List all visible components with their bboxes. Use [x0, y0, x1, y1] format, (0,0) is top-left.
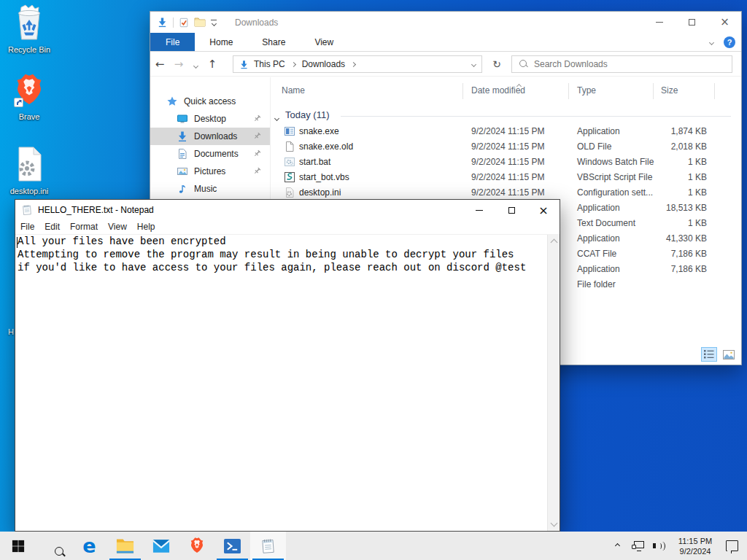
volume-icon[interactable]: [651, 532, 670, 560]
file-type-icon: [284, 171, 295, 183]
column-header-type[interactable]: Type: [577, 85, 596, 96]
forward-button[interactable]: →: [169, 58, 188, 71]
text-caret: [17, 237, 18, 248]
taskbar-button-file-explorer[interactable]: [107, 532, 143, 560]
file-row[interactable]: desktop.ini9/2/2024 11:15 PMConfiguratio…: [271, 185, 741, 201]
scroll-up-arrow-icon[interactable]: [551, 239, 558, 246]
taskbar-button-powershell[interactable]: [214, 532, 250, 560]
file-date-modified: 9/2/2024 11:15 PM: [471, 187, 545, 198]
sidebar-item-label: Downloads: [194, 131, 237, 141]
customize-qat-chevron-icon[interactable]: [211, 20, 217, 26]
large-icons-view-button[interactable]: [721, 347, 737, 362]
sidebar-item-desktop[interactable]: Desktop: [150, 110, 270, 128]
network-icon[interactable]: [629, 532, 648, 560]
taskbar-button-mail[interactable]: [143, 532, 179, 560]
file-size: 41,330 KB: [619, 233, 707, 244]
details-view-button[interactable]: [701, 347, 717, 362]
notepad-menu-help[interactable]: Help: [132, 222, 160, 232]
action-center-icon[interactable]: [721, 532, 743, 560]
sidebar-item-quick-access[interactable]: Quick access: [150, 93, 270, 110]
taskbar-button-brave[interactable]: [179, 532, 214, 560]
minimize-button[interactable]: [463, 200, 495, 221]
file-row[interactable]: start_bot.vbs9/2/2024 11:15 PMVBScript S…: [271, 170, 741, 185]
file-type: Application: [577, 203, 620, 213]
desktop-icon-label: desktop.ini: [1, 187, 57, 195]
sidebar-item-label: Music: [194, 184, 217, 194]
file-row[interactable]: start.bat9/2/2024 11:15 PMWindows Batch …: [271, 155, 741, 170]
taskbar-button-start[interactable]: [0, 532, 36, 560]
desktop-icon-label: Recycle Bin: [1, 45, 57, 54]
taskbar-button-edge[interactable]: e: [71, 532, 107, 560]
taskbar-clock[interactable]: 11:15 PM 9/2/2024: [673, 532, 718, 560]
pin-icon: [253, 149, 261, 158]
search-box[interactable]: Search Downloads: [511, 55, 732, 73]
group-header[interactable]: Today (11): [271, 109, 741, 122]
help-icon[interactable]: ?: [724, 36, 735, 48]
quick-access-star-icon: [166, 96, 178, 107]
notepad-text-area[interactable]: All your files have been encryptedAttemp…: [15, 235, 547, 531]
notepad-window-controls: ×: [463, 200, 560, 221]
file-type: File folder: [577, 279, 616, 289]
notepad-menu-view[interactable]: View: [103, 222, 132, 232]
brave-icon: [189, 537, 205, 555]
address-bar[interactable]: This PC Downloads: [233, 55, 482, 73]
breadcrumb-chevron-icon[interactable]: [351, 61, 356, 66]
desktop-icon-recycle-bin[interactable]: Recycle Bin: [1, 4, 57, 54]
group-collapse-chevron-icon[interactable]: [275, 112, 279, 122]
refresh-button[interactable]: ↻: [487, 55, 506, 73]
show-hidden-icons-chevron[interactable]: [608, 532, 626, 560]
notepad-menu-file[interactable]: File: [15, 222, 39, 232]
taskbar-button-notepad[interactable]: [250, 532, 286, 560]
close-button[interactable]: ×: [527, 200, 560, 221]
notepad-scrollbar[interactable]: [547, 235, 560, 531]
column-header-size[interactable]: Size: [661, 85, 678, 96]
file-size: 1,874 KB: [619, 126, 707, 136]
file-type: Application: [577, 233, 620, 244]
taskbar-button-search[interactable]: [36, 532, 71, 560]
file-date-modified: 9/2/2024 11:15 PM: [471, 172, 545, 182]
file-row[interactable]: snake.exe.old9/2/2024 11:15 PMOLD File2,…: [271, 139, 741, 155]
notepad-titlebar[interactable]: HELLO_THERE.txt - Notepad ×: [15, 200, 560, 219]
close-button[interactable]: ×: [708, 12, 741, 33]
window-controls: ×: [643, 12, 741, 33]
minimize-button[interactable]: [643, 12, 676, 33]
notepad-menu-edit[interactable]: Edit: [39, 222, 65, 232]
column-header-name[interactable]: Name: [282, 85, 305, 96]
scroll-down-arrow-icon[interactable]: [551, 520, 558, 527]
maximize-button[interactable]: [495, 200, 527, 221]
sidebar-item-downloads[interactable]: Downloads: [150, 128, 270, 145]
sidebar-item-pictures[interactable]: Pictures: [150, 163, 270, 180]
breadcrumb-this-pc[interactable]: This PC: [254, 59, 285, 69]
sidebar-item-music[interactable]: Music: [150, 180, 270, 198]
tab-share[interactable]: Share: [247, 33, 300, 51]
notepad-window: HELLO_THERE.txt - Notepad × FileEditForm…: [15, 199, 560, 532]
notepad-menu-format[interactable]: Format: [65, 222, 103, 232]
address-dropdown-chevron[interactable]: [465, 56, 481, 72]
music-note-icon: [177, 183, 188, 195]
brave-icon: [13, 73, 45, 108]
tab-home[interactable]: Home: [195, 33, 247, 51]
recent-locations-chevron[interactable]: [188, 58, 203, 71]
breadcrumb-chevron-icon[interactable]: [291, 61, 296, 66]
shortcut-arrow-badge: [14, 98, 23, 107]
expand-ribbon-chevron-icon[interactable]: [709, 39, 714, 44]
new-folder-button-icon[interactable]: [194, 18, 206, 27]
view-toggles: [701, 347, 737, 362]
partially-hidden-desktop-icon-label[interactable]: H: [8, 327, 14, 336]
sidebar-item-documents[interactable]: Documents: [150, 145, 270, 163]
search-placeholder: Search Downloads: [534, 59, 608, 69]
explorer-titlebar[interactable]: Downloads ×: [150, 12, 741, 33]
breadcrumb-downloads[interactable]: Downloads: [302, 59, 345, 69]
up-button[interactable]: ↑: [203, 58, 222, 71]
back-button[interactable]: ←: [150, 58, 169, 71]
tab-view[interactable]: View: [300, 33, 348, 51]
file-row[interactable]: snake.exe9/2/2024 11:15 PMApplication1,8…: [271, 124, 741, 139]
notepad-text-line: Attempting to remove the program may res…: [15, 248, 547, 261]
column-header-date[interactable]: Date modified: [471, 85, 525, 96]
properties-button-icon[interactable]: [179, 18, 189, 28]
desktop-icon-brave[interactable]: Brave: [1, 73, 57, 121]
tab-file[interactable]: File: [150, 33, 195, 51]
maximize-button[interactable]: [676, 12, 708, 33]
system-tray: 11:15 PM 9/2/2024: [608, 532, 747, 560]
desktop-icon-desktop-ini[interactable]: desktop.ini: [1, 146, 57, 195]
